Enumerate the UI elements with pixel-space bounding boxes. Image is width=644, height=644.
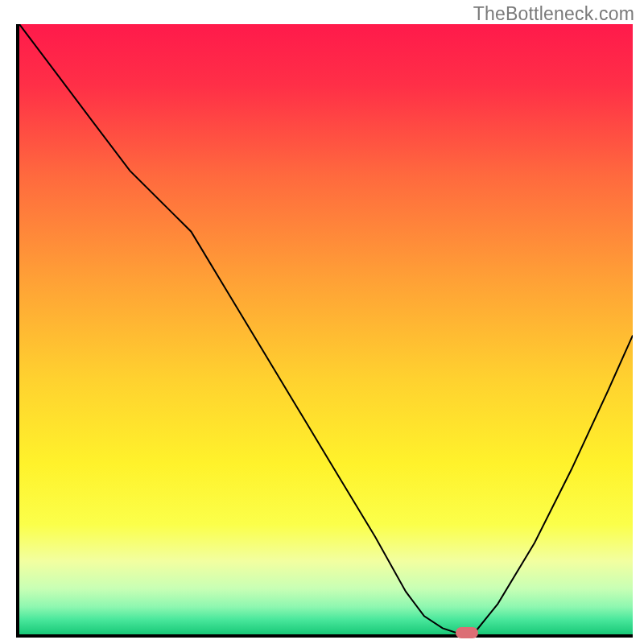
watermark-text: TheBottleneck.com bbox=[473, 3, 634, 25]
optimal-marker bbox=[456, 627, 478, 638]
gradient-background bbox=[19, 24, 633, 634]
chart-axes bbox=[16, 24, 633, 638]
chart-canvas bbox=[19, 24, 633, 634]
